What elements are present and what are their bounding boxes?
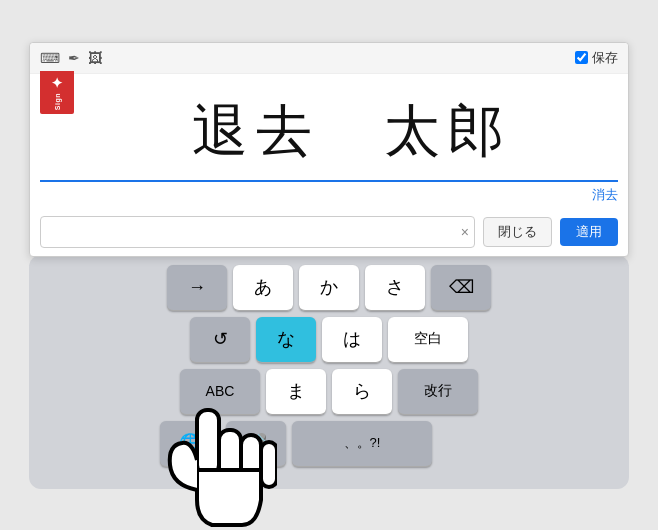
sign-text: Sign [54, 93, 61, 110]
save-label: 保存 [592, 49, 618, 67]
backspace-key[interactable]: ⌫ [431, 265, 491, 311]
key-ra[interactable]: ら [332, 369, 392, 415]
abc-key[interactable]: ABC [180, 369, 260, 415]
signature-text: 退去 太郎 [192, 94, 512, 170]
key-ha[interactable]: は [322, 317, 382, 363]
key-row-1: → あ か さ ⌫ [37, 265, 621, 311]
signature-panel: ⌨ ✒ 🖼 保存 ✦ Sign 退去 太郎 消去 [29, 42, 629, 257]
undo-key[interactable]: ↺ [190, 317, 250, 363]
input-wrapper: × [40, 216, 475, 248]
key-row-3: ABC ま ら 改行 [37, 369, 621, 415]
toolbar: ⌨ ✒ 🖼 保存 [30, 43, 628, 74]
key-ma[interactable]: ま [266, 369, 326, 415]
key-na[interactable]: な [256, 317, 316, 363]
return-key[interactable]: 改行 [398, 369, 478, 415]
save-checkbox[interactable] [575, 51, 588, 64]
clear-row: 消去 [30, 182, 628, 208]
sign-badge: ✦ Sign [40, 71, 74, 114]
signature-display-area: 退去 太郎 [30, 74, 628, 180]
key-sa[interactable]: さ [365, 265, 425, 311]
input-clear-button[interactable]: × [461, 225, 469, 239]
close-button[interactable]: 閉じる [483, 217, 552, 247]
key-a[interactable]: あ [233, 265, 293, 311]
toolbar-icons: ⌨ ✒ 🖼 [40, 50, 569, 66]
key-ka[interactable]: か [299, 265, 359, 311]
keyboard-icon[interactable]: ⌨ [40, 50, 60, 66]
clear-button[interactable]: 消去 [592, 186, 618, 204]
keyboard: → あ か さ ⌫ ↺ な は 空白 ABC ま ら 改行 [29, 255, 629, 489]
key-row-4: 🌐 🎤 、。?! [37, 421, 621, 467]
input-row: × 閉じる 適用 [30, 208, 628, 256]
punctuation-key[interactable]: 、。?! [292, 421, 432, 467]
signature-input[interactable] [40, 216, 475, 248]
key-row-2: ↺ な は 空白 [37, 317, 621, 363]
mic-key[interactable]: 🎤 [226, 421, 286, 467]
image-icon[interactable]: 🖼 [88, 50, 102, 66]
pdf-icon: ✦ [42, 75, 72, 91]
globe-key[interactable]: 🌐 [160, 421, 220, 467]
space-key[interactable]: 空白 [388, 317, 468, 363]
arrow-key[interactable]: → [167, 265, 227, 311]
pen-icon[interactable]: ✒ [68, 50, 80, 66]
keyboard-wrapper: → あ か さ ⌫ ↺ な は 空白 ABC ま ら 改行 [29, 255, 629, 489]
apply-button[interactable]: 適用 [560, 218, 618, 246]
save-area: 保存 [575, 49, 618, 67]
